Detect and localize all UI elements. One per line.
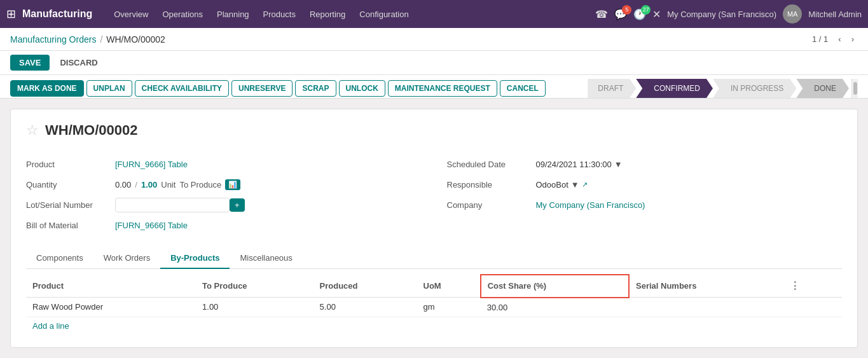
breadcrumb-parent[interactable]: Manufacturing Orders: [10, 34, 96, 45]
col-cost-share: Cost Share (%): [481, 275, 629, 298]
check-availability-button[interactable]: CHECK AVAILABILITY: [135, 80, 229, 97]
nav-overview[interactable]: Overview: [107, 7, 155, 22]
mark-as-done-button[interactable]: MARK AS DONE: [10, 80, 84, 97]
scheduled-date-value[interactable]: 09/24/2021 11:30:00: [536, 160, 612, 169]
tab-miscellaneous[interactable]: Miscellaneous: [230, 248, 302, 269]
nav-products[interactable]: Products: [257, 7, 302, 22]
col-serial-numbers: Serial Numbers: [629, 275, 780, 298]
company-label: Company: [447, 200, 536, 210]
app-name[interactable]: Manufacturing: [22, 8, 92, 20]
lot-serial-input[interactable]: [115, 198, 230, 212]
responsible-dropdown-icon[interactable]: ▼: [571, 180, 579, 189]
nav-right: ☎ 💬 5 🕐 27 ✕ My Company (San Francisco) …: [595, 4, 862, 24]
breadcrumb-current: WH/MO/00002: [106, 34, 165, 45]
company-field-row: Company My Company (San Francisco): [447, 195, 843, 215]
table-body: Raw Wood Powder 1.00 5.00 gm 30.00: [26, 298, 842, 317]
row-cost-share[interactable]: 30.00: [481, 298, 629, 317]
table-header-row: Product To Produce Produced UoM Cost Sha…: [26, 275, 842, 298]
unlock-button[interactable]: UNLOCK: [339, 80, 385, 97]
save-button[interactable]: SAVE: [10, 55, 50, 71]
breadcrumb: Manufacturing Orders / WH/MO/00002: [10, 34, 165, 45]
pagination: 1 / 1 ‹ ›: [808, 33, 858, 45]
nav-operations[interactable]: Operations: [156, 7, 209, 22]
star-icon[interactable]: ☆: [26, 122, 39, 139]
product-field-row: Product [FURN_9666] Table: [26, 154, 422, 174]
col-uom: UoM: [417, 275, 481, 298]
messages-badge: 5: [622, 5, 631, 15]
responsible-value[interactable]: OdooBot: [536, 180, 568, 189]
tabs-bar: Components Work Orders By-Products Misce…: [26, 248, 842, 269]
discard-button[interactable]: DISCARD: [53, 55, 104, 71]
add-line-button[interactable]: Add a line: [26, 317, 76, 334]
row-uom[interactable]: gm: [417, 298, 481, 317]
phone-icon[interactable]: ☎: [595, 8, 608, 20]
by-products-table: Product To Produce Produced UoM Cost Sha…: [26, 274, 842, 317]
breadcrumb-separator: /: [100, 34, 102, 45]
quantity-field-row: Quantity 0.00 / 1.00 Unit To Produce 📊: [26, 174, 422, 195]
chart-icon[interactable]: 📊: [225, 179, 240, 190]
table-header: Product To Produce Produced UoM Cost Sha…: [26, 275, 842, 298]
col-to-produce: To Produce: [196, 275, 313, 298]
product-value[interactable]: [FURN_9666] Table: [115, 160, 188, 169]
pagination-text: 1 / 1: [808, 33, 832, 45]
nav-links: Overview Operations Planning Products Re…: [107, 7, 593, 22]
col-product: Product: [26, 275, 196, 298]
row-produced[interactable]: 5.00: [313, 298, 417, 317]
company-name: My Company (San Francisco): [667, 10, 776, 19]
tab-work-orders[interactable]: Work Orders: [93, 248, 160, 269]
close-icon[interactable]: ✕: [652, 8, 661, 20]
unreserve-button[interactable]: UNRESERVE: [231, 80, 293, 97]
quantity-input-group: 0.00 / 1.00 Unit To Produce 📊: [115, 179, 240, 190]
bom-value[interactable]: [FURN_9666] Table: [115, 221, 188, 230]
tab-by-products[interactable]: By-Products: [160, 248, 230, 269]
next-arrow[interactable]: ›: [848, 33, 858, 45]
workflow-stages: DRAFT CONFIRMED IN PROGRESS DONE: [588, 79, 849, 98]
action-bar: SAVE DISCARD: [0, 51, 868, 75]
product-label: Product: [26, 160, 115, 169]
row-product[interactable]: Raw Wood Powder: [26, 298, 196, 317]
add-serial-button[interactable]: +: [230, 198, 245, 212]
record-header: ☆ WH/MO/00002: [26, 122, 842, 139]
form-fields-left: Product [FURN_9666] Table Quantity 0.00 …: [26, 154, 422, 235]
row-actions: [780, 298, 842, 317]
stage-confirmed[interactable]: CONFIRMED: [636, 79, 713, 98]
company-value[interactable]: My Company (San Francisco): [536, 200, 645, 210]
scheduled-date-label: Scheduled Date: [447, 160, 536, 169]
clock-badge: 27: [641, 5, 651, 15]
form-card: ☆ WH/MO/00002 Product [FURN_9666] Table …: [10, 109, 858, 348]
quantity-label: Quantity: [26, 180, 115, 189]
col-actions: ⋮: [780, 275, 842, 298]
responsible-ext-link[interactable]: ↗: [582, 181, 588, 189]
tab-components[interactable]: Components: [26, 248, 93, 269]
to-produce-text: To Produce: [179, 180, 221, 189]
nav-reporting[interactable]: Reporting: [303, 7, 352, 22]
messages-icon[interactable]: 💬 5: [614, 8, 627, 20]
qty-target[interactable]: 1.00: [141, 180, 157, 189]
row-serial-numbers[interactable]: [629, 298, 780, 317]
qty-current[interactable]: 0.00: [115, 180, 131, 189]
stage-done[interactable]: DONE: [796, 79, 849, 98]
top-nav: ⊞ Manufacturing Overview Operations Plan…: [0, 0, 868, 28]
clock-icon[interactable]: 🕐 27: [633, 8, 646, 20]
row-to-produce[interactable]: 1.00: [196, 298, 313, 317]
unplan-button[interactable]: UNPLAN: [86, 80, 132, 97]
table-actions-icon[interactable]: ⋮: [786, 280, 804, 291]
stage-in-progress[interactable]: IN PROGRESS: [713, 79, 796, 98]
main-content: ☆ WH/MO/00002 Product [FURN_9666] Table …: [0, 99, 868, 358]
workflow-bar: MARK AS DONE UNPLAN CHECK AVAILABILITY U…: [0, 75, 868, 99]
app-grid-icon[interactable]: ⊞: [6, 7, 16, 21]
prev-arrow[interactable]: ‹: [834, 33, 844, 45]
responsible-field-row: Responsible OdooBot ▼ ↗: [447, 174, 843, 195]
cancel-button[interactable]: CANCEL: [500, 80, 546, 97]
responsible-label: Responsible: [447, 180, 536, 189]
date-dropdown-icon[interactable]: ▼: [614, 160, 623, 169]
maintenance-request-button[interactable]: MAINTENANCE REQUEST: [388, 80, 497, 97]
scrap-button[interactable]: SCRAP: [295, 80, 336, 97]
form-fields-right: Scheduled Date 09/24/2021 11:30:00 ▼ Res…: [447, 154, 843, 235]
lot-serial-label: Lot/Serial Number: [26, 200, 115, 210]
nav-configuration[interactable]: Configuration: [353, 7, 415, 22]
avatar[interactable]: MA: [783, 4, 802, 24]
stage-draft[interactable]: DRAFT: [588, 79, 636, 98]
qty-unit: Unit: [161, 180, 176, 189]
nav-planning[interactable]: Planning: [210, 7, 256, 22]
